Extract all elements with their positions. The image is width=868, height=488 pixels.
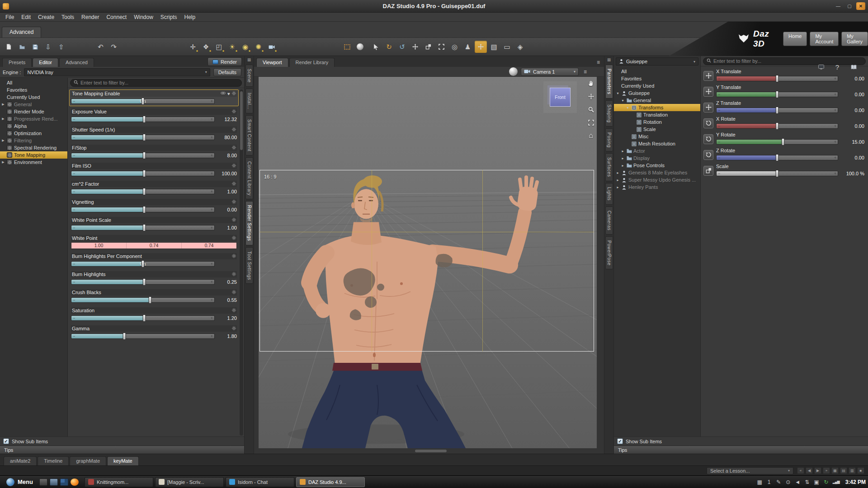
nudge-down-icon[interactable]: − bbox=[73, 135, 75, 140]
category-progressive-rend[interactable]: ▶Progressive Rend... bbox=[0, 115, 67, 122]
frame-icon[interactable] bbox=[586, 118, 595, 127]
firefox-launcher[interactable] bbox=[71, 479, 79, 486]
universal-tool-icon[interactable] bbox=[475, 41, 487, 53]
lesson-first-button[interactable]: « bbox=[797, 467, 804, 474]
slider-handle[interactable] bbox=[143, 170, 146, 177]
nudge-down-icon[interactable]: − bbox=[73, 333, 75, 339]
menu-tools[interactable]: Tools bbox=[58, 13, 78, 21]
nudge-down-icon[interactable]: − bbox=[718, 155, 720, 160]
task-button-isidorn-chat[interactable]: Isidorn - Chat bbox=[226, 477, 294, 487]
expand-arrow-icon[interactable]: ▶ bbox=[1, 103, 5, 106]
dock-tab-parameters[interactable]: Parameters bbox=[605, 65, 613, 99]
rotate-tool-icon[interactable]: ↻ bbox=[383, 41, 395, 53]
menu-window[interactable]: Window bbox=[130, 13, 157, 21]
param-value[interactable]: 12.32 bbox=[217, 117, 237, 122]
slider-value[interactable]: 0.00 bbox=[841, 108, 864, 113]
param-value[interactable]: 1.00 bbox=[217, 189, 237, 194]
tree-item-all[interactable]: All bbox=[614, 68, 700, 75]
param-gear-icon[interactable] bbox=[232, 236, 236, 241]
expand-arrow-icon[interactable]: ▶ bbox=[1, 160, 5, 164]
nudge-up-icon[interactable]: + bbox=[211, 135, 213, 140]
tree-item-display[interactable]: ▸Display bbox=[614, 155, 700, 162]
task-button-maggie-scriv[interactable]: [Maggie - Scriv... bbox=[155, 477, 224, 487]
param-gear-icon[interactable] bbox=[232, 164, 236, 169]
iray-preview-icon[interactable] bbox=[354, 41, 366, 53]
lesson-panel-button[interactable]: ▥ bbox=[849, 467, 856, 474]
expand-arrow-icon[interactable]: ▶ bbox=[1, 117, 5, 121]
frame-tool-icon[interactable] bbox=[435, 41, 448, 53]
param-value[interactable]: 80.00 bbox=[217, 135, 237, 140]
help-icon[interactable]: ? bbox=[832, 61, 843, 72]
nudge-up-icon[interactable]: + bbox=[211, 297, 213, 303]
new-file-icon[interactable] bbox=[3, 41, 15, 53]
removable-media-icon[interactable]: ⇅ bbox=[804, 479, 810, 485]
nudge-up-icon[interactable]: + bbox=[211, 171, 213, 176]
slider-handle[interactable] bbox=[776, 75, 779, 82]
dock-tab-surfaces[interactable]: Surfaces bbox=[605, 153, 613, 181]
param-gear-icon[interactable] bbox=[232, 254, 236, 259]
viewport-3d-scene[interactable]: 16 : 9 Front ⌂ bbox=[259, 77, 597, 448]
tree-item-scale[interactable]: Scale bbox=[614, 126, 700, 133]
menu-edit[interactable]: Edit bbox=[18, 13, 34, 21]
category-tone-mapping[interactable]: Tone Mapping bbox=[0, 151, 67, 159]
param-value[interactable]: 1.00 bbox=[217, 225, 237, 230]
category-favorites[interactable]: Favorites bbox=[0, 86, 67, 94]
minimize-button[interactable]: — bbox=[834, 2, 843, 10]
param-gear-icon[interactable] bbox=[232, 182, 236, 187]
param-value[interactable]: 8.00 bbox=[217, 153, 237, 158]
param-slider[interactable]: −+ bbox=[71, 171, 215, 176]
export-icon[interactable]: ⇧ bbox=[55, 41, 67, 53]
param-gear-icon[interactable] bbox=[232, 308, 236, 313]
slider-handle[interactable] bbox=[143, 134, 146, 141]
category-all[interactable]: All bbox=[0, 79, 67, 86]
save-file-icon[interactable] bbox=[29, 41, 41, 53]
param-slider[interactable]: −+ bbox=[71, 297, 215, 303]
camera-selector[interactable]: Camera 1 ▾ bbox=[521, 68, 579, 76]
link-icon[interactable] bbox=[221, 91, 226, 96]
tree-item-misc[interactable]: Misc bbox=[614, 133, 700, 140]
param-value[interactable]: 0.25 bbox=[217, 279, 237, 285]
create-pointlight-icon[interactable]: ✺★ bbox=[252, 41, 264, 53]
node-select-icon[interactable]: ◈ bbox=[514, 41, 526, 53]
nudge-up-icon[interactable]: + bbox=[211, 189, 213, 194]
white-point-values[interactable]: 1.000.740.74 bbox=[71, 242, 237, 249]
tips-bar[interactable]: Tips bbox=[614, 446, 868, 454]
param-gear-icon[interactable] bbox=[232, 326, 236, 331]
workspace-number[interactable]: 1 bbox=[766, 479, 772, 485]
activity-tab-animate2[interactable]: aniMate2 bbox=[4, 456, 37, 465]
nudge-down-icon[interactable]: − bbox=[718, 123, 720, 129]
slider-handle[interactable] bbox=[143, 188, 146, 195]
dock-tab-content-library[interactable]: Content Library bbox=[245, 157, 253, 200]
color-component-value[interactable]: 1.00 bbox=[71, 243, 127, 249]
orbit-ball-icon[interactable] bbox=[509, 67, 518, 76]
tree-item-currently-used[interactable]: Currently Used bbox=[614, 82, 700, 89]
tree-item-actor[interactable]: ▸Actor bbox=[614, 147, 700, 155]
category-optimization[interactable]: Optimization bbox=[0, 130, 67, 137]
lesson-prev-button[interactable]: ◀ bbox=[806, 467, 813, 474]
category-environment[interactable]: ▶Environment bbox=[0, 159, 67, 166]
menu-render[interactable]: Render bbox=[78, 13, 103, 21]
param-slider[interactable]: −+ bbox=[716, 155, 838, 160]
tree-item-henley-pants[interactable]: ▸Henley Pants bbox=[614, 183, 700, 191]
tree-item-rotation[interactable]: Rotation bbox=[614, 118, 700, 126]
settings-launcher[interactable] bbox=[39, 479, 47, 486]
aim-tool-icon[interactable]: ◎ bbox=[448, 41, 461, 53]
param-slider[interactable]: −+On bbox=[71, 99, 215, 104]
update-icon[interactable]: ↻ bbox=[823, 479, 829, 485]
create-group-icon[interactable]: ❖★ bbox=[200, 41, 212, 53]
redo-icon[interactable]: ↷ bbox=[108, 41, 120, 53]
clipboard-icon[interactable]: ▣ bbox=[814, 479, 820, 485]
param-gear-icon[interactable] bbox=[232, 200, 236, 205]
param-slider[interactable]: −+ bbox=[71, 117, 215, 122]
param-value[interactable]: 100.00 bbox=[217, 171, 237, 176]
nudge-up-icon[interactable]: + bbox=[211, 117, 213, 122]
brand-link-home[interactable]: Home bbox=[783, 32, 807, 46]
menu-create[interactable]: Create bbox=[34, 13, 58, 21]
dock-tab-powerpose[interactable]: PowerPose bbox=[605, 236, 613, 270]
show-sub-items-checkbox[interactable]: ✓ bbox=[617, 438, 623, 444]
slider-handle[interactable] bbox=[143, 152, 146, 159]
dock-tab-render-settings[interactable]: Render Settings bbox=[245, 201, 253, 245]
expand-arrow-icon[interactable]: ▸ bbox=[616, 178, 620, 182]
viewport-options-icon[interactable]: ≡ bbox=[582, 69, 589, 75]
dock-tab-scene[interactable]: Scene bbox=[245, 65, 253, 87]
